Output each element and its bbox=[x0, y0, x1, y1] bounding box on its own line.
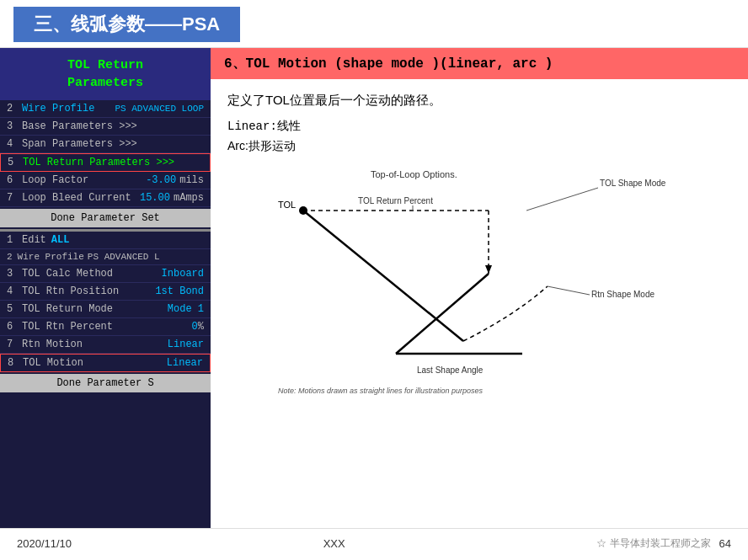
right-body: 定义了TOL位置最后一个运动的路径。 Linear:线性 Arc:拱形运动 To… bbox=[211, 79, 748, 528]
rtn-shape-leader bbox=[548, 286, 590, 295]
tol-return-header: TOL ReturnParameters bbox=[0, 48, 211, 100]
param-row-4: 4 Span Parameters >>> bbox=[0, 136, 211, 153]
description-text: 定义了TOL位置最后一个运动的路径。 bbox=[227, 93, 731, 109]
page-title: 三、线弧参数——PSA bbox=[34, 13, 220, 35]
wire-profile-row: 2 Wire Profile PS ADVANCED L bbox=[0, 249, 211, 265]
left-bottom: 1 Edit ALL 2 Wire Profile PS ADVANCED L … bbox=[0, 232, 211, 528]
diagram-title: Top-of-Loop Options. bbox=[371, 169, 457, 179]
bottom-param-5: 5 TOL Return Mode Mode 1 bbox=[0, 301, 211, 318]
tol-shape-leader bbox=[526, 188, 598, 211]
tol-shape-mode-label: TOL Shape Mode bbox=[600, 179, 666, 188]
param-row-2: 2 Wire Profile PS ADVANCED LOOP bbox=[0, 100, 211, 118]
footer-page: 64 bbox=[719, 537, 731, 550]
rtn-shape-dotted bbox=[463, 286, 548, 341]
done-btn-2[interactable]: Done Parameter S bbox=[0, 374, 211, 392]
arrow-down bbox=[485, 265, 492, 274]
edit-all-row: 1 Edit ALL bbox=[0, 232, 211, 249]
bottom-param-8: 8 TOL Motion Linear bbox=[0, 354, 211, 372]
diagram-svg: Top-of-Loop Options. TOL bbox=[227, 164, 699, 400]
title-box: 三、线弧参数——PSA bbox=[13, 7, 240, 42]
bottom-param-4: 4 TOL Rtn Position 1st Bond bbox=[0, 283, 211, 301]
page-footer: 2020/11/10 XXX ☆ 半导体封装工程师之家 64 bbox=[0, 528, 748, 558]
arc-label: Arc:拱形运动 bbox=[227, 139, 731, 154]
second-diagonal bbox=[396, 274, 489, 354]
top-param-list: 2 Wire Profile PS ADVANCED LOOP 3 Base P… bbox=[0, 100, 211, 207]
done-btn-1[interactable]: Done Parameter Set bbox=[0, 209, 211, 227]
section-title: 6、TOL Motion (shape mode )(linear, arc ) bbox=[224, 56, 553, 72]
right-header: 6、TOL Motion (shape mode )(linear, arc ) bbox=[211, 48, 748, 79]
left-panel: TOL ReturnParameters 2 Wire Profile PS A… bbox=[0, 48, 211, 528]
linear-label: Linear:线性 bbox=[227, 119, 731, 134]
bottom-param-6: 6 TOL Rtn Percent 0 % bbox=[0, 318, 211, 336]
param-row-3: 3 Base Parameters >>> bbox=[0, 118, 211, 136]
bottom-param-3: 3 TOL Calc Method Inboard bbox=[0, 265, 211, 283]
right-panel: 6、TOL Motion (shape mode )(linear, arc )… bbox=[211, 48, 748, 528]
param-row-6: 6 Loop Factor -3.00 mils bbox=[0, 172, 211, 189]
rtn-shape-mode-label: Rtn Shape Mode bbox=[591, 290, 654, 299]
footer-center: XXX bbox=[323, 537, 345, 550]
tol-label: TOL bbox=[278, 200, 296, 210]
footer-date: 2020/11/10 bbox=[17, 537, 72, 550]
tol-return-percent-label: TOL Return Percent bbox=[358, 196, 433, 205]
tol-return-title: TOL ReturnParameters bbox=[67, 58, 143, 90]
param-row-7: 7 Loop Bleed Current 15.00 mAmps bbox=[0, 189, 211, 207]
main-content: TOL ReturnParameters 2 Wire Profile PS A… bbox=[0, 48, 748, 528]
main-diagonal bbox=[303, 211, 463, 341]
page-header: 三、线弧参数——PSA bbox=[0, 0, 748, 48]
footer-right: ☆ 半导体封装工程师之家 64 bbox=[596, 536, 731, 551]
footer-logo: ☆ 半导体封装工程师之家 bbox=[596, 536, 710, 551]
last-shape-angle-label: Last Shape Angle bbox=[417, 365, 484, 375]
diagram-area: Top-of-Loop Options. TOL bbox=[227, 164, 699, 400]
diagram-note: Note: Motions drawn as straight lines fo… bbox=[278, 387, 484, 395]
bottom-param-7: 7 Rtn Motion Linear bbox=[0, 336, 211, 354]
param-row-5: 5 TOL Return Parameters >>> bbox=[0, 153, 211, 172]
